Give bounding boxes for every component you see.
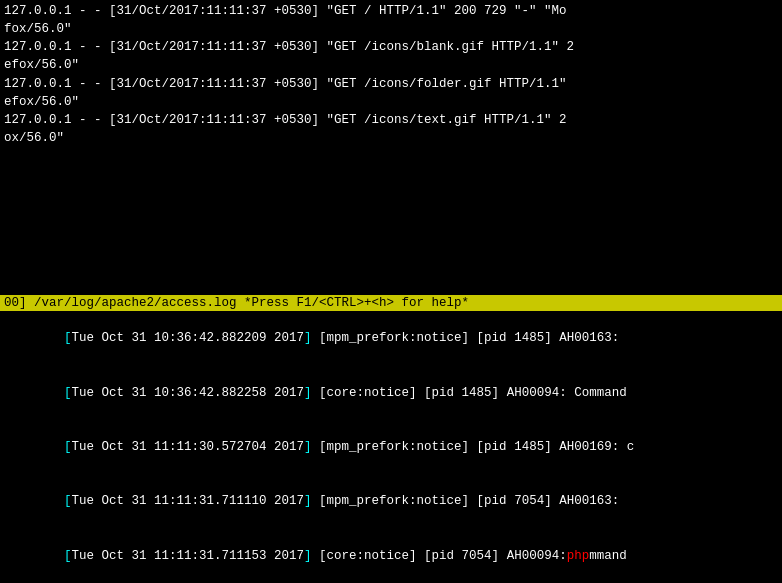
log-line: fox/56.0" xyxy=(4,20,778,38)
bracket-open: [ xyxy=(64,440,72,454)
bracket-close: ] xyxy=(304,549,312,563)
bottom-line: [Tue Oct 31 11:11:30.572704 2017] [mpm_p… xyxy=(0,420,782,474)
date: Tue Oct 31 10:36:42.882258 2017 xyxy=(72,386,305,400)
status-right: *Press F1/<CTRL>+<h> for help* xyxy=(244,296,469,310)
bracket-open: [ xyxy=(64,494,72,508)
bracket-close: ] xyxy=(304,440,312,454)
status-line: 00] /var/log/apache2/access.log *Press F… xyxy=(0,295,782,311)
bottom-lines: [Tue Oct 31 10:36:42.882209 2017] [mpm_p… xyxy=(0,311,782,583)
date: Tue Oct 31 11:11:30.572704 2017 xyxy=(72,440,305,454)
command-suffix: mmand xyxy=(589,549,627,563)
bottom-line: [Tue Oct 31 11:11:31.711110 2017] [mpm_p… xyxy=(0,474,782,528)
log-line: 127.0.0.1 - - [31/Oct/2017:11:11:37 +053… xyxy=(4,2,778,20)
bracket-open: [ xyxy=(64,331,72,345)
log-line: 127.0.0.1 - - [31/Oct/2017:11:11:37 +053… xyxy=(4,75,778,93)
php-tag: php xyxy=(567,549,590,563)
bottom-line: [Tue Oct 31 10:36:42.882209 2017] [mpm_p… xyxy=(0,311,782,365)
log-content: 127.0.0.1 - - [31/Oct/2017:11:11:37 +053… xyxy=(0,0,782,150)
line-content: [mpm_prefork:notice] [pid 1485] AH00163: xyxy=(312,331,627,345)
blank-area xyxy=(0,150,782,296)
status-spacer xyxy=(237,296,245,310)
bracket-open: [ xyxy=(64,549,72,563)
date: Tue Oct 31 10:36:42.882209 2017 xyxy=(72,331,305,345)
line-content: [core:notice] [pid 7054] AH00094: xyxy=(312,549,567,563)
log-line: 127.0.0.1 - - [31/Oct/2017:11:11:37 +053… xyxy=(4,111,778,129)
bracket-close: ] xyxy=(304,331,312,345)
bracket-close: ] xyxy=(304,386,312,400)
log-line: efox/56.0" xyxy=(4,93,778,111)
bottom-line: [Tue Oct 31 10:36:42.882258 2017] [core:… xyxy=(0,366,782,420)
terminal: 127.0.0.1 - - [31/Oct/2017:11:11:37 +053… xyxy=(0,0,782,583)
line-content: [core:notice] [pid 1485] AH00094: Comman… xyxy=(312,386,627,400)
bottom-line: [Tue Oct 31 11:11:31.711153 2017] [core:… xyxy=(0,529,782,583)
status-left: 00] /var/log/apache2/access.log xyxy=(4,296,237,310)
log-line: ox/56.0" xyxy=(4,129,778,147)
log-line: 127.0.0.1 - - [31/Oct/2017:11:11:37 +053… xyxy=(4,38,778,56)
bracket-open: [ xyxy=(64,386,72,400)
date: Tue Oct 31 11:11:31.711153 2017 xyxy=(72,549,305,563)
line-content: [mpm_prefork:notice] [pid 1485] AH00169:… xyxy=(312,440,635,454)
line-content: [mpm_prefork:notice] [pid 7054] AH00163: xyxy=(312,494,627,508)
log-line: efox/56.0" xyxy=(4,56,778,74)
date: Tue Oct 31 11:11:31.711110 2017 xyxy=(72,494,305,508)
bracket-close: ] xyxy=(304,494,312,508)
status-bar: 00] /var/log/apache2/access.log *Press F… xyxy=(0,295,782,583)
